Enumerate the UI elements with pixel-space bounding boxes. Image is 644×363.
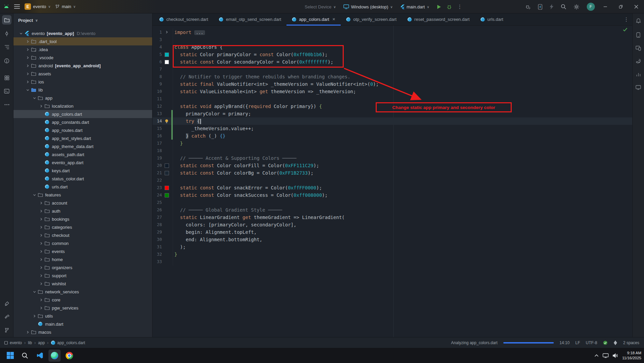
- tree-item-organizers[interactable]: organizers: [13, 263, 152, 271]
- tree-item-android[interactable]: android[evento_app_android]: [13, 62, 152, 70]
- chevron-right-icon[interactable]: [38, 225, 44, 229]
- problems-icon[interactable]: [2, 56, 11, 66]
- code-line-28[interactable]: 28 colors: [primaryColor, secondaryColor…: [152, 221, 632, 228]
- tree-item-app_theme_data.dart[interactable]: app_theme_data.dart: [13, 142, 152, 150]
- target-device-selector[interactable]: Windows (desktop) ∨: [343, 4, 393, 9]
- code-line-6[interactable]: 6 static const Color secondaryColor = Co…: [152, 58, 632, 66]
- line-number[interactable]: 25: [152, 199, 162, 206]
- tree-item-.vscode[interactable]: .vscode: [13, 53, 152, 62]
- line-number[interactable]: 9: [152, 80, 162, 88]
- file-encoding[interactable]: UTF-8: [586, 340, 597, 345]
- tree-item-app[interactable]: app: [13, 94, 152, 102]
- code-line-17[interactable]: 17 }: [152, 140, 632, 147]
- code-line-32[interactable]: 32}: [152, 251, 632, 258]
- chevron-right-icon[interactable]: [25, 56, 31, 60]
- main-menu-hamburger-icon[interactable]: [14, 4, 20, 9]
- tab-checkout_screen.dart[interactable]: checkout_screen.dart: [154, 13, 213, 26]
- code-line-21[interactable]: 21 static const Color colorBg = Color(0x…: [152, 169, 632, 177]
- taskbar-search-button[interactable]: [19, 350, 31, 362]
- profiler-lightning-icon[interactable]: [550, 4, 553, 9]
- code-line-30[interactable]: 30 end: Alignment.bottomRight,: [152, 236, 632, 243]
- app-quality-insights-icon[interactable]: [634, 70, 642, 78]
- run-button[interactable]: [437, 4, 441, 9]
- fold-chevron-icon[interactable]: [162, 29, 171, 36]
- dart-analysis-icon[interactable]: [613, 340, 617, 345]
- line-number[interactable]: 30: [152, 236, 162, 243]
- code-line-22[interactable]: 22: [152, 177, 632, 184]
- device-selector[interactable]: Select Device ∨: [305, 4, 336, 9]
- emulator-icon[interactable]: [634, 83, 642, 92]
- chevron-down-icon[interactable]: [32, 96, 37, 100]
- close-tab-icon[interactable]: ✕: [332, 17, 335, 22]
- chevron-right-icon[interactable]: [38, 242, 44, 245]
- chevron-right-icon[interactable]: [38, 282, 44, 286]
- code-line-18[interactable]: 18: [152, 147, 632, 154]
- line-number[interactable]: 13: [152, 110, 162, 117]
- line-number[interactable]: 21: [152, 169, 162, 177]
- chevron-right-icon[interactable]: [38, 201, 44, 205]
- tree-item-macos[interactable]: macos: [13, 328, 152, 336]
- chevron-down-icon[interactable]: [25, 88, 31, 92]
- running-devices-icon[interactable]: [634, 44, 642, 52]
- version-control-icon[interactable]: [2, 325, 11, 335]
- code-line-9[interactable]: 9 static final ValueNotifier<int> _theme…: [152, 80, 632, 88]
- tree-item-categories[interactable]: categories: [13, 223, 152, 231]
- tree-item-support[interactable]: support: [13, 271, 152, 280]
- tab-otp_verify_screen.dart[interactable]: otp_verify_screen.dart: [341, 13, 402, 26]
- tree-item-lib[interactable]: lib: [13, 86, 152, 94]
- tree-item-keys.dart[interactable]: keys.dart: [13, 167, 152, 175]
- taskbar-clock[interactable]: 9:18 AM 11/16/2025: [622, 351, 641, 361]
- code-line-26[interactable]: 26 // ───── Global Gradient Style ─────: [152, 206, 632, 214]
- code-line-15[interactable]: 15 _themeVersion.value++;: [152, 125, 632, 132]
- tray-volume-icon[interactable]: [613, 353, 618, 358]
- tree-item-pgw_services[interactable]: pgw_services: [13, 304, 152, 312]
- tree-item-localization[interactable]: localization: [13, 102, 152, 110]
- tree-item-assets_path.dart[interactable]: assets_path.dart: [13, 150, 152, 158]
- tree-item-network_services[interactable]: network_services: [13, 288, 152, 296]
- user-avatar[interactable]: F: [587, 3, 595, 11]
- line-number[interactable]: 17: [152, 140, 162, 147]
- chevron-down-icon[interactable]: [18, 32, 24, 35]
- line-number[interactable]: 32: [152, 251, 162, 258]
- code-editor[interactable]: 1import ...34class AppColors {5 static C…: [152, 26, 632, 337]
- line-number[interactable]: 5: [152, 51, 162, 58]
- code-line-25[interactable]: 25: [152, 199, 632, 206]
- tree-item-wishlist[interactable]: wishlist: [13, 280, 152, 288]
- windows-start-button[interactable]: [4, 350, 16, 362]
- notifications-bell-icon[interactable]: [634, 16, 642, 25]
- chevron-down-icon[interactable]: [32, 290, 37, 294]
- chevron-right-icon[interactable]: [32, 314, 37, 318]
- chevron-right-icon[interactable]: [38, 217, 44, 221]
- line-number[interactable]: 8: [152, 73, 162, 80]
- line-number[interactable]: 31: [152, 243, 162, 251]
- line-number[interactable]: 19: [152, 154, 162, 162]
- line-number[interactable]: 10: [152, 88, 162, 95]
- code-line-5[interactable]: 5 static Color primaryColor = const Colo…: [152, 51, 632, 58]
- breadcrumb-item-app[interactable]: app: [38, 340, 45, 345]
- code-line-3[interactable]: 3: [152, 36, 632, 43]
- tree-item-auth[interactable]: auth: [13, 207, 152, 215]
- tree-item-evento[interactable]: evento[evento_app]D:\evento: [13, 29, 152, 37]
- device-mirroring-icon[interactable]: [538, 4, 542, 10]
- code-line-24[interactable]: 24 static const Color snackSuccess = Col…: [152, 191, 632, 199]
- chevron-right-icon[interactable]: [38, 250, 44, 253]
- device-manager-icon[interactable]: [634, 31, 642, 39]
- settings-gear-icon[interactable]: [574, 4, 579, 10]
- chevron-right-icon[interactable]: [25, 72, 31, 76]
- code-line-10[interactable]: 10 static ValueListenable<int> get theme…: [152, 88, 632, 95]
- analysis-server-ok-icon[interactable]: [603, 340, 608, 345]
- line-number[interactable]: 7: [152, 66, 162, 73]
- services-icon[interactable]: [2, 73, 11, 82]
- tree-item-urls.dart[interactable]: urls.dart: [13, 183, 152, 191]
- line-number[interactable]: 22: [152, 177, 162, 184]
- terminal-icon[interactable]: [2, 86, 11, 96]
- chevron-right-icon[interactable]: [38, 266, 44, 269]
- code-line-11[interactable]: 11: [152, 95, 632, 103]
- chevron-right-icon[interactable]: [38, 209, 44, 213]
- line-number[interactable]: 33: [152, 258, 162, 265]
- attach-debugger-icon[interactable]: [525, 4, 531, 9]
- code-line-33[interactable]: 33: [152, 258, 632, 265]
- line-number[interactable]: 15: [152, 125, 162, 132]
- tree-item-.idea[interactable]: .idea: [13, 45, 152, 53]
- build-icon[interactable]: [2, 312, 11, 322]
